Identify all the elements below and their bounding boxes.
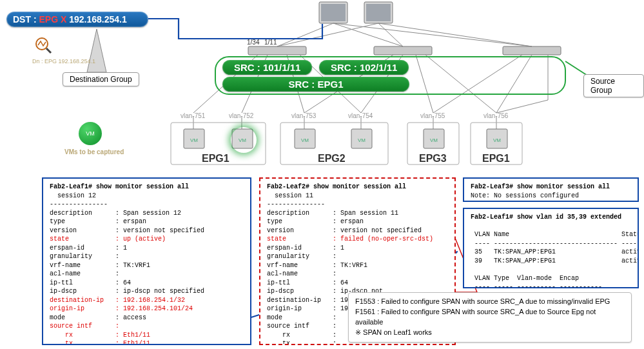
svg-text:VM: VM — [493, 137, 501, 143]
err-f1561: F1561 : Failed to configure SPAN with so… — [355, 307, 625, 328]
src-pill-3: SRC : EPG1 — [222, 77, 409, 92]
dst-dn-label: Dn : EPG 192.168.254.1 — [32, 58, 95, 65]
svg-line-7 — [277, 23, 333, 46]
svg-line-50 — [46, 48, 51, 53]
captured-label: VMs to be captured — [64, 148, 124, 155]
t3-note: Note: No sessions configured — [471, 192, 579, 199]
svg-rect-6 — [503, 46, 561, 55]
vlan-756: vlan-756 — [483, 112, 508, 119]
src-pill-1: SRC : 101/1/11 — [222, 60, 312, 75]
t3-title: Fab2-Leaf3# show monitor session all — [471, 183, 610, 190]
vlan-755: vlan-755 — [420, 112, 445, 119]
terminal-vlan-table: Fab2-Leaf1# show vlan id 35,39 extended … — [463, 208, 639, 288]
src-pill-2: SRC : 102/1/11 — [319, 60, 409, 75]
port-1-34: 1/34 — [247, 39, 259, 46]
svg-rect-4 — [248, 46, 306, 55]
vlan-754: vlan-754 — [348, 112, 373, 119]
svg-rect-5 — [374, 46, 432, 55]
svg-line-12 — [378, 23, 532, 46]
err-note: ※ SPAN on Leaf1 works — [355, 328, 625, 338]
dst-pill: DST : EPG X 192.168.254.1 — [6, 12, 148, 27]
terminal-leaf3-session: Fab2-Leaf3# show monitor session all Not… — [463, 177, 639, 202]
svg-text:VM: VM — [430, 137, 438, 143]
error-callout: F1553 : Failed to configure SPAN with so… — [348, 292, 632, 343]
epg4-label: EPG1 — [482, 153, 510, 165]
dst-epg: EPG X — [39, 14, 66, 25]
dst-ip: 192.168.254.1 — [66, 14, 126, 25]
epg2-label: EPG2 — [318, 153, 346, 165]
svg-rect-1 — [321, 4, 346, 21]
dst-callout: Destination Group — [63, 72, 139, 86]
terminal-leaf1-session: Fab2-Leaf1# show monitor session all ses… — [42, 177, 251, 345]
svg-line-11 — [378, 23, 403, 46]
captured-vm-halo — [231, 127, 257, 153]
epg1-label: EPG1 — [202, 153, 229, 165]
svg-line-8 — [333, 23, 403, 46]
vlan-752: vlan-752 — [229, 112, 253, 119]
svg-text:VM: VM — [358, 137, 366, 143]
src-callout: Source Group — [583, 74, 644, 97]
svg-line-10 — [277, 23, 378, 46]
err-f1553: F1553 : Failed to configure SPAN with so… — [355, 297, 625, 307]
svg-rect-3 — [366, 4, 391, 21]
svg-text:VM: VM — [190, 137, 198, 143]
vlan-751: vlan-751 — [181, 112, 205, 119]
epg3-label: EPG3 — [419, 153, 447, 165]
svg-text:VM: VM — [301, 137, 309, 143]
dst-prefix: DST : — [13, 14, 39, 25]
sidebar-vm-icon: VM — [79, 122, 102, 145]
svg-marker-29 — [87, 29, 106, 72]
vlan-753: vlan-753 — [291, 112, 316, 119]
port-1-11: 1/11 — [264, 39, 277, 46]
